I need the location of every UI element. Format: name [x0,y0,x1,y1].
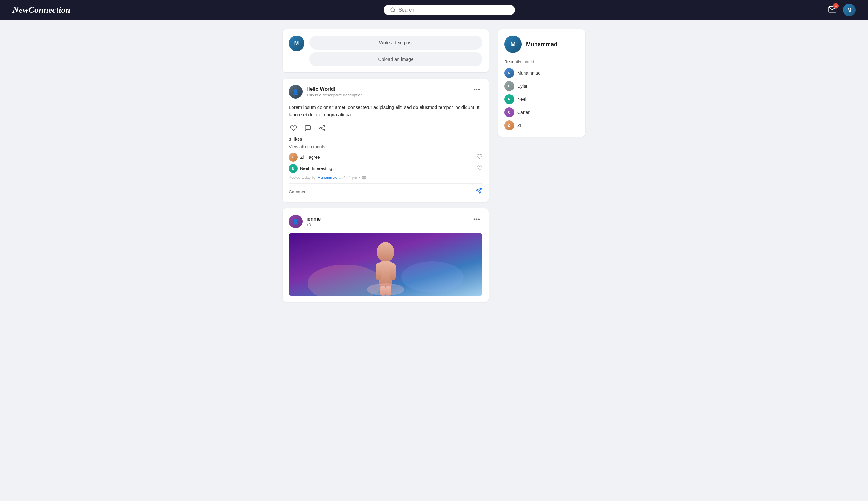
upload-image-button[interactable]: Upload an image [310,52,482,66]
post-meta-1: Posted today by Muhammad at 4:44 pm • [289,175,482,180]
user-avatar-nav[interactable]: M [843,4,856,16]
svg-line-1 [394,11,395,12]
post-meta-author-link[interactable]: Muhammad [317,175,337,180]
heart-icon-1 [290,125,297,132]
sidebar-member-avatar-muhammad: M [504,68,514,78]
comment-button-1[interactable] [303,124,313,133]
notification-count: 3 [833,3,839,9]
comment-item-zi: Zi Zi I agree [289,153,482,162]
comment-author-zi: Zi [300,155,304,160]
comment-item-neel: N Neel Interesting... [289,164,482,173]
search-icon [390,7,396,13]
navbar-right: 3 M [828,4,856,16]
sidebar-member-avatar-zi: Zi [504,120,514,130]
sidebar-member-muhammad[interactable]: M Muhammad [504,68,579,78]
post-meta-text: Posted today by [289,175,316,180]
comment-text-neel: Neel Interesting... [300,166,336,171]
post-card-2: 👤 jennie <3 ••• [283,209,489,302]
sidebar-member-carter[interactable]: C Carter [504,107,579,117]
post-image-svg-2 [289,233,482,296]
comment-left-neel: N Neel Interesting... [289,164,336,173]
svg-point-14 [377,242,394,262]
post-author-details-2: jennie <3 [306,216,321,227]
sidebar-member-avatar-carter: C [504,107,514,117]
post-card-1: 👤 Hello World! This is a descriptive des… [283,78,489,202]
create-post-user-avatar: M [289,35,304,51]
globe-icon [362,175,366,180]
comment-text-zi: Zi I agree [300,155,320,160]
comment-like-zi[interactable] [477,154,482,161]
sidebar-username: Muhammad [526,41,557,48]
comment-icon-1 [304,125,311,132]
post-author-name-1: Hello World! [306,86,363,92]
comment-body-neel: Interesting... [312,166,336,171]
svg-line-5 [321,129,323,130]
svg-point-2 [323,125,325,127]
user-avatar-img: M [843,4,856,16]
write-text-post-button[interactable]: Write a text post [310,35,482,50]
post-author-details-1: Hello World! This is a descriptive descr… [306,86,363,97]
comment-like-neel[interactable] [477,165,482,172]
share-button-1[interactable] [317,124,327,133]
sidebar-profile-card: M Muhammad Recently joined: M Muhammad D… [498,29,585,137]
post-content-1: Lorem ipsum dolor sit amet, consectetur … [289,104,482,119]
sidebar-member-name-muhammad: Muhammad [517,71,541,75]
sidebar-member-dylan[interactable]: D Dylan [504,81,579,91]
post-author-avatar-2: 👤 [289,215,303,228]
comment-input-row-1 [289,183,482,196]
app-logo: NewConnection [12,5,70,15]
sidebar-column: M Muhammad Recently joined: M Muhammad D… [498,29,585,302]
like-button-1[interactable] [289,124,298,133]
post-author-subtitle-2: <3 [306,222,321,227]
post-meta-dot: • [359,175,360,180]
sidebar-user-avatar: M [504,35,522,53]
sidebar-member-avatar-neel: N [504,94,514,104]
sidebar-member-name-carter: Carter [517,110,530,115]
post-author-avatar-1: 👤 [289,85,303,98]
comment-left-zi: Zi Zi I agree [289,153,320,162]
post-image-2 [289,233,482,296]
search-bar[interactable] [384,5,515,15]
svg-point-20 [367,283,404,296]
comment-heart-icon-zi [477,154,482,159]
comment-author-neel: Neel [300,166,310,171]
post-meta-time: at 4:44 pm [339,175,357,180]
svg-point-0 [390,8,394,12]
navbar: NewConnection 3 M [0,0,868,20]
post-image-figure-2 [289,233,482,296]
comment-avatar-neel: N [289,164,297,173]
svg-point-3 [320,127,322,129]
svg-rect-16 [376,263,381,280]
post-menu-button-2[interactable]: ••• [471,215,482,224]
post-actions-1 [289,124,482,133]
comment-submit-button-1[interactable] [475,188,482,196]
sidebar-member-zi[interactable]: Zi Zi [504,120,579,130]
post-menu-button-1[interactable]: ••• [471,85,482,95]
create-post-avatar-img: M [289,35,304,51]
post-author-name-2: jennie [306,216,321,222]
post-header-2: 👤 jennie <3 ••• [289,215,482,228]
create-post-card: M Write a text post Upload an image [283,29,489,72]
sidebar-member-neel[interactable]: N Neel [504,94,579,104]
post-header-1: 👤 Hello World! This is a descriptive des… [289,85,482,98]
send-icon-1 [475,188,482,194]
post-author-info-1: 👤 Hello World! This is a descriptive des… [289,85,363,98]
post-likes-count-1: 3 likes [289,137,482,142]
post-author-subtitle-1: This is a descriptive description [306,93,363,97]
svg-point-13 [401,262,464,292]
main-layout: M Write a text post Upload an image 👤 He… [216,20,652,311]
create-post-buttons: Write a text post Upload an image [310,35,482,66]
recently-joined-list: M Muhammad D Dylan N Neel C Carter Zi [504,68,579,130]
svg-point-4 [323,129,325,131]
feed-column: M Write a text post Upload an image 👤 He… [283,29,489,302]
sidebar-member-name-dylan: Dylan [517,84,529,88]
comment-avatar-zi: Zi [289,153,297,162]
recently-joined-label: Recently joined: [504,59,579,64]
share-icon-1 [319,125,326,132]
comment-input-field-1[interactable] [289,189,473,194]
view-comments-link-1[interactable]: View all comments [289,144,482,149]
notification-bell[interactable]: 3 [828,5,837,15]
sidebar-member-avatar-dylan: D [504,81,514,91]
search-input[interactable] [399,7,509,13]
comment-heart-icon-neel [477,165,482,171]
